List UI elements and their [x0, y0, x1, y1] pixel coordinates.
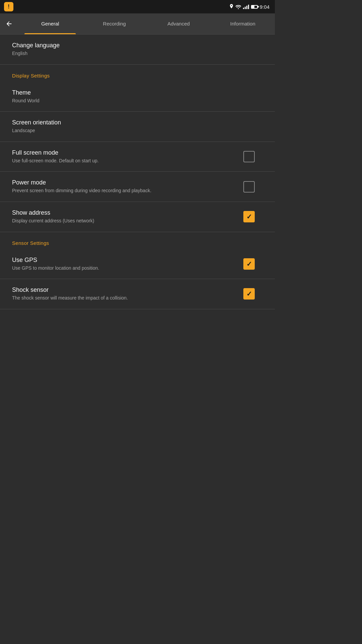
- sensor-settings-header: Sensor Settings: [0, 232, 275, 249]
- show-address-title: Show address: [12, 209, 243, 216]
- signal-icon: [243, 4, 249, 9]
- change-language-title: Change language: [12, 42, 255, 49]
- screen-orientation-title: Screen orientation: [12, 119, 255, 126]
- location-icon: [229, 4, 234, 9]
- power-mode-title: Power mode: [12, 179, 243, 186]
- tab-advanced[interactable]: Advanced: [146, 13, 211, 34]
- tab-information[interactable]: Information: [211, 13, 275, 34]
- shock-sensor-checkbox[interactable]: [243, 288, 255, 300]
- status-time: 9:04: [260, 4, 269, 10]
- theme-item[interactable]: Theme Round World: [0, 82, 275, 112]
- full-screen-mode-item[interactable]: Full screen mode Use full-screen mode. D…: [0, 142, 275, 172]
- settings-list: Change language English Display Settings…: [0, 35, 275, 309]
- use-gps-title: Use GPS: [12, 257, 243, 264]
- battery-icon: [251, 5, 258, 9]
- display-settings-section: Display Settings Theme Round World Scree…: [0, 65, 275, 232]
- tab-recording[interactable]: Recording: [82, 13, 147, 34]
- use-gps-item[interactable]: Use GPS Use GPS to monitor location and …: [0, 249, 275, 279]
- shock-sensor-title: Shock sensor: [12, 286, 243, 293]
- status-icons: 9:04: [229, 4, 269, 10]
- full-screen-mode-checkbox[interactable]: [243, 151, 255, 162]
- shock-sensor-subtitle: The shock sensor will measure the impact…: [12, 295, 243, 302]
- display-settings-header: Display Settings: [0, 65, 275, 82]
- power-mode-item[interactable]: Power mode Prevent screen from dimming d…: [0, 172, 275, 202]
- use-gps-checkbox[interactable]: [243, 258, 255, 270]
- shock-sensor-item[interactable]: Shock sensor The shock sensor will measu…: [0, 279, 275, 309]
- sensor-settings-section: Sensor Settings Use GPS Use GPS to monit…: [0, 232, 275, 309]
- use-gps-subtitle: Use GPS to monitor location and position…: [12, 265, 243, 272]
- language-section: Change language English: [0, 35, 275, 65]
- change-language-item[interactable]: Change language English: [0, 35, 275, 64]
- app-icon: !: [4, 2, 13, 11]
- theme-subtitle: Round World: [12, 98, 255, 104]
- screen-orientation-item[interactable]: Screen orientation Landscape: [0, 112, 275, 142]
- show-address-item[interactable]: Show address Display current address (Us…: [0, 202, 275, 232]
- theme-title: Theme: [12, 89, 255, 96]
- wifi-icon: [236, 5, 241, 9]
- status-bar: ! 9:04: [0, 0, 275, 13]
- screen-orientation-subtitle: Landscape: [12, 127, 255, 134]
- power-mode-subtitle: Prevent screen from dimming during video…: [12, 187, 243, 194]
- power-mode-checkbox[interactable]: [243, 181, 255, 193]
- tab-bar: General Recording Advanced Information: [0, 13, 275, 34]
- divider-8: [0, 309, 275, 309]
- change-language-subtitle: English: [12, 50, 255, 57]
- show-address-checkbox[interactable]: [243, 211, 255, 222]
- tab-general[interactable]: General: [18, 13, 82, 34]
- full-screen-mode-title: Full screen mode: [12, 149, 243, 156]
- full-screen-mode-subtitle: Use full-screen mode. Default on start u…: [12, 158, 243, 164]
- show-address-subtitle: Display current address (Uses network): [12, 218, 243, 224]
- back-button[interactable]: [0, 13, 18, 34]
